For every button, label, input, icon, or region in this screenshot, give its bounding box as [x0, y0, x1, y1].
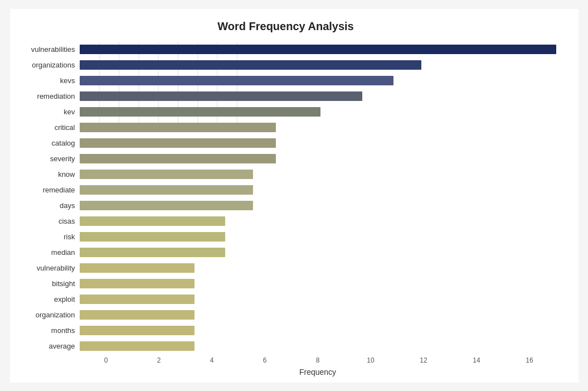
bar-rows [80, 42, 556, 354]
y-label: organization [16, 307, 80, 323]
bar-row [80, 323, 556, 339]
y-label: bitsight [16, 276, 80, 292]
bar-row [80, 167, 556, 182]
bar [80, 123, 276, 132]
y-label: exploit [16, 292, 80, 307]
bar [80, 60, 422, 69]
y-label: remediation [16, 89, 80, 104]
bar [80, 216, 226, 225]
bar-row [80, 73, 556, 89]
x-tick: 12 [397, 356, 450, 364]
chart-area: vulnerabilitiesorganizationskevsremediat… [16, 42, 556, 354]
x-tick: 8 [291, 356, 344, 364]
bar [80, 310, 195, 319]
y-label: vulnerability [16, 260, 80, 276]
y-label: remediate [16, 182, 80, 198]
y-label: severity [16, 151, 80, 167]
y-label: catalog [16, 136, 80, 151]
bar-row [80, 89, 556, 104]
y-label: know [16, 167, 80, 182]
bar-row [80, 276, 556, 292]
bar-row [80, 57, 556, 73]
y-label: days [16, 198, 80, 214]
bar [80, 295, 195, 303]
y-label: kev [16, 104, 80, 120]
bar [80, 201, 254, 210]
x-tick: 14 [450, 356, 503, 364]
x-tick: 4 [186, 356, 239, 364]
y-label: cisas [16, 214, 80, 229]
y-label: median [16, 245, 80, 260]
bar-row [80, 104, 556, 120]
bar-row [80, 339, 556, 354]
y-label: kevs [16, 73, 80, 89]
bar [80, 170, 254, 178]
bar [80, 263, 195, 272]
y-axis: vulnerabilitiesorganizationskevsremediat… [16, 42, 80, 354]
bar-row [80, 182, 556, 198]
bar-row [80, 245, 556, 260]
bar [80, 76, 393, 85]
bar [80, 107, 321, 116]
x-tick: 6 [239, 356, 291, 364]
bar-row [80, 214, 556, 229]
bar-row [80, 229, 556, 245]
bar-row [80, 42, 556, 57]
bar-row [80, 292, 556, 307]
bar [80, 91, 363, 100]
y-label: vulnerabilities [16, 42, 80, 57]
bar [80, 154, 276, 163]
x-tick: 2 [133, 356, 186, 364]
bar [80, 341, 195, 350]
bar [80, 279, 195, 288]
y-label: organizations [16, 57, 80, 73]
y-label: critical [16, 120, 80, 136]
chart-title: Word Frequency Analysis [16, 20, 556, 33]
y-label: average [16, 339, 80, 354]
bar-row [80, 136, 556, 151]
bar-row [80, 120, 556, 136]
bar [80, 326, 195, 335]
y-label: risk [16, 229, 80, 245]
bar-row [80, 307, 556, 323]
x-tick: 0 [80, 356, 133, 364]
chart-container: Word Frequency Analysis vulnerabilitieso… [10, 9, 579, 383]
bars-and-grid [80, 42, 556, 354]
x-axis: 0246810121416 [16, 356, 556, 364]
bar [80, 185, 254, 194]
bar-row [80, 198, 556, 214]
bar [80, 248, 226, 257]
x-tick: 16 [503, 356, 556, 364]
bar-row [80, 260, 556, 276]
x-axis-label: Frequency [16, 368, 556, 376]
x-tick: 10 [344, 356, 397, 364]
bar [80, 138, 276, 147]
bar-row [80, 151, 556, 167]
bar [80, 232, 226, 241]
bar [80, 45, 556, 54]
y-label: months [16, 323, 80, 339]
